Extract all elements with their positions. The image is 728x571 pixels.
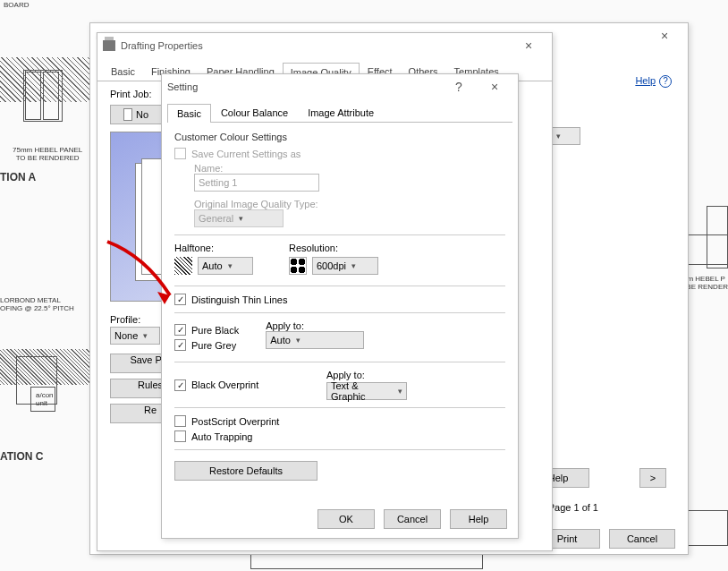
profile-combo[interactable]: None <box>110 327 160 345</box>
document-icon <box>123 108 132 121</box>
help-button[interactable]: Help <box>450 509 507 529</box>
auto-trapping-checkbox[interactable] <box>174 430 186 442</box>
postscript-overprint-label: PostScript Overprint <box>191 416 279 427</box>
help-link-text: Help <box>635 75 656 86</box>
print-job-button[interactable]: No <box>110 105 162 124</box>
next-page-button[interactable]: > <box>639 468 666 488</box>
cancel-button[interactable]: Cancel <box>384 509 441 529</box>
pure-black-label: Pure Black <box>191 325 239 336</box>
setting-tabs: Basic Colour Balance Image Attribute <box>167 103 512 123</box>
close-icon[interactable]: × <box>511 38 546 53</box>
tab-basic[interactable]: Basic <box>167 104 211 123</box>
pure-grey-checkbox[interactable] <box>174 339 186 351</box>
help-icon[interactable]: ? <box>441 80 477 94</box>
orig-quality-label: Original Image Quality Type: <box>194 199 505 209</box>
name-label: Name: <box>194 163 505 174</box>
black-overprint-checkbox[interactable] <box>174 379 186 391</box>
help-link[interactable]: Help? <box>635 75 672 88</box>
setting-name-input <box>194 174 319 192</box>
resolution-icon <box>289 257 307 275</box>
setting-title: Setting <box>167 81 441 92</box>
restore-defaults-button[interactable]: Restore Defaults <box>174 461 317 481</box>
bg-text: BOARD <box>4 2 29 10</box>
close-icon[interactable]: × <box>477 80 512 94</box>
distinguish-thin-lines-label: Distinguish Thin Lines <box>191 294 287 305</box>
halftone-label: Halftone: <box>174 243 253 253</box>
apply-to-combo-2[interactable]: Text & Graphic <box>326 382 407 400</box>
bg-text: a/con unit <box>36 392 54 408</box>
print-job-label: Print Job: <box>110 89 151 99</box>
halftone-icon <box>174 257 192 275</box>
setting-dialog: Setting ? × Basic Colour Balance Image A… <box>161 73 519 539</box>
cancel-button[interactable]: Cancel <box>609 529 675 549</box>
black-overprint-label: Black Overprint <box>191 379 258 390</box>
auto-trapping-label: Auto Trapping <box>191 431 253 442</box>
distinguish-thin-lines-checkbox[interactable] <box>174 294 186 305</box>
halftone-combo[interactable]: Auto <box>198 257 253 275</box>
apply-to-label-2: Apply to: <box>326 370 407 380</box>
bg-text: 75mm HEBEL PANEL TO BE RENDERED <box>13 147 82 163</box>
resolution-label: Resolution: <box>289 243 378 253</box>
elevation-a-label: TION A <box>0 172 36 183</box>
orig-quality-combo: General <box>194 209 284 227</box>
bg-text: LORBOND METAL OFING @ 22.5° PITCH <box>0 297 74 313</box>
page-indicator: Page 1 of 1 <box>548 502 598 513</box>
print-job-value: No <box>136 109 148 120</box>
resolution-combo[interactable]: 600dpi <box>312 257 378 275</box>
pure-grey-label: Pure Grey <box>191 340 236 351</box>
close-icon[interactable]: × <box>647 29 682 43</box>
tab-basic[interactable]: Basic <box>103 62 143 81</box>
ok-button[interactable]: OK <box>317 509 375 529</box>
postscript-overprint-checkbox[interactable] <box>174 415 186 427</box>
pure-black-checkbox[interactable] <box>174 324 186 336</box>
tab-image-attribute[interactable]: Image Attribute <box>298 103 384 122</box>
save-current-checkbox[interactable] <box>174 148 186 159</box>
printer-icon <box>103 40 115 51</box>
apply-to-label: Apply to: <box>266 320 364 331</box>
tab-colour-balance[interactable]: Colour Balance <box>211 103 298 122</box>
save-current-label: Save Current Settings as <box>191 149 301 159</box>
customer-colour-group: Customer Colour Settings <box>174 132 505 142</box>
help-icon: ? <box>659 75 672 88</box>
drafting-properties-title: Drafting Properties <box>121 40 511 51</box>
apply-to-combo-1[interactable]: Auto <box>266 331 364 349</box>
elevation-c-label: ATION C <box>0 451 43 463</box>
